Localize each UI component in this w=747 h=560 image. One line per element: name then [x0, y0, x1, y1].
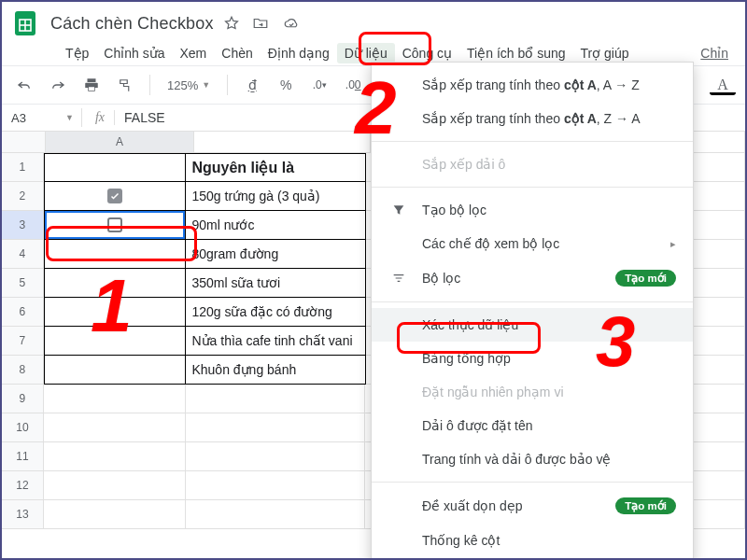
title-bar: Cách chèn Checkbox [2, 2, 745, 41]
dd-cleanup[interactable]: Đề xuất dọn dẹp Tạo mới [372, 488, 693, 524]
select-all-corner[interactable] [2, 132, 46, 152]
row-header[interactable]: 2 [2, 182, 44, 211]
formula-input[interactable]: FALSE [115, 110, 165, 125]
submenu-arrow-icon: ▸ [670, 238, 676, 250]
new-badge: Tạo mới [615, 270, 676, 287]
row-header[interactable]: 7 [2, 327, 44, 356]
slicer-icon [388, 271, 409, 286]
cell[interactable] [44, 269, 187, 298]
row-header[interactable]: 5 [2, 269, 44, 298]
print-icon[interactable] [78, 73, 105, 97]
cell[interactable] [44, 413, 186, 442]
dd-create-filter[interactable]: Tạo bộ lọc [372, 193, 693, 227]
dd-sort-az[interactable]: Sắp xếp trang tính theo cột A, A → Z [372, 68, 693, 102]
menu-data[interactable]: Dữ liệu [337, 43, 395, 63]
row-header[interactable]: 9 [2, 385, 44, 413]
checkbox-checked-icon[interactable] [107, 189, 122, 203]
menu-format[interactable]: Định dạng [261, 43, 337, 63]
cell[interactable]: Nửa thìa cafe tinh chất vani [186, 327, 365, 356]
cell[interactable]: 120g sữa đặc có đường [186, 298, 365, 327]
cell[interactable] [186, 385, 365, 413]
cell[interactable] [186, 500, 365, 529]
menu-file[interactable]: Tệp [58, 43, 96, 63]
dd-sort-za[interactable]: Sắp xếp trang tính theo cột A, Z → A [372, 102, 693, 135]
row-header[interactable]: 13 [2, 500, 44, 529]
undo-icon[interactable] [11, 73, 37, 97]
column-header-D[interactable] [688, 132, 745, 152]
row-header[interactable]: 4 [2, 240, 44, 269]
cell[interactable]: 90ml nước [186, 211, 365, 240]
decrease-decimal-button[interactable]: .0▾ [306, 75, 332, 95]
new-badge: Tạo mới [615, 497, 676, 514]
cell[interactable]: Khuôn đựng bánh [186, 356, 365, 385]
dd-pivot-table[interactable]: Bảng tổng hợp [372, 342, 693, 375]
paint-format-icon[interactable] [112, 73, 138, 97]
dd-protected[interactable]: Trang tính và dải ô được bảo vệ [372, 442, 693, 476]
cell[interactable]: 150g trứng gà (3 quả) [186, 182, 365, 211]
cell[interactable]: Nguyên liệu là [186, 153, 365, 182]
document-title[interactable]: Cách chèn Checkbox [50, 14, 214, 34]
move-folder-icon[interactable] [251, 15, 270, 32]
name-box-dropdown-icon[interactable]: ▼ [65, 113, 81, 122]
cloud-status-icon[interactable] [281, 15, 302, 32]
data-menu-dropdown: Sắp xếp trang tính theo cột A, A → Z Sắp… [371, 62, 694, 560]
dd-data-validation[interactable]: Xác thực dữ liệu [372, 308, 693, 342]
text-color-icon[interactable]: A [710, 75, 736, 95]
cell[interactable] [186, 413, 365, 442]
cell[interactable] [44, 500, 186, 529]
row-header[interactable]: 1 [2, 153, 44, 182]
cell[interactable] [44, 327, 187, 356]
menu-help[interactable]: Trợ giúp [573, 43, 637, 63]
cell[interactable] [44, 153, 187, 182]
row-header[interactable]: 6 [2, 298, 44, 327]
dd-col-stats[interactable]: Thống kê cột [372, 524, 693, 552]
redo-icon[interactable] [45, 73, 71, 97]
star-icon[interactable] [223, 15, 240, 32]
row-header[interactable]: 11 [2, 442, 44, 471]
cell[interactable] [44, 182, 187, 211]
dd-filter-views[interactable]: Các chế độ xem bộ lọc ▸ [372, 227, 693, 260]
checkbox-unchecked-icon[interactable] [107, 217, 122, 232]
format-percent-button[interactable]: % [273, 74, 299, 96]
cell[interactable] [44, 471, 186, 500]
name-box[interactable]: A3 [2, 111, 65, 125]
dd-sort-range: Sắp xếp dải ô [372, 147, 693, 181]
dd-randomize: Đặt ngẫu nhiên phạm vi [372, 375, 693, 409]
last-edit-link[interactable]: Chỉn [700, 46, 732, 61]
sheets-logo-icon[interactable] [11, 9, 39, 37]
row-header[interactable]: 8 [2, 356, 44, 385]
cell[interactable]: 80gram đường [186, 240, 365, 269]
column-header-A[interactable]: A [46, 132, 194, 152]
increase-decimal-button[interactable]: .00 [340, 75, 366, 95]
fx-label: fx [82, 110, 114, 125]
cell[interactable] [44, 211, 187, 240]
row-header[interactable]: 3 [2, 211, 44, 240]
cell[interactable] [186, 471, 365, 500]
menu-addons[interactable]: Tiện ích bổ sung [459, 43, 572, 63]
dd-slicer[interactable]: Bộ lọc Tạo mới [372, 260, 693, 296]
menu-insert[interactable]: Chèn [214, 43, 260, 63]
menu-view[interactable]: Xem [173, 43, 215, 63]
cell[interactable] [44, 356, 187, 385]
filter-icon [388, 203, 409, 217]
row-header[interactable]: 10 [2, 413, 44, 442]
cell[interactable]: 350ml sữa tươi [186, 269, 365, 298]
cell[interactable] [44, 385, 186, 413]
cell[interactable] [186, 442, 365, 471]
svg-rect-4 [89, 87, 94, 91]
format-currency-button[interactable]: ₫ [239, 74, 265, 96]
zoom-select[interactable]: 125%▼ [162, 78, 216, 92]
menu-edit[interactable]: Chỉnh sửa [96, 43, 172, 63]
cell[interactable] [44, 240, 187, 269]
cell[interactable] [44, 442, 186, 471]
cell[interactable] [44, 298, 187, 327]
row-header[interactable]: 12 [2, 471, 44, 500]
menu-tools[interactable]: Công cụ [395, 43, 459, 63]
column-header-B[interactable] [194, 132, 371, 152]
dd-named-ranges[interactable]: Dải ô được đặt tên [372, 409, 693, 442]
